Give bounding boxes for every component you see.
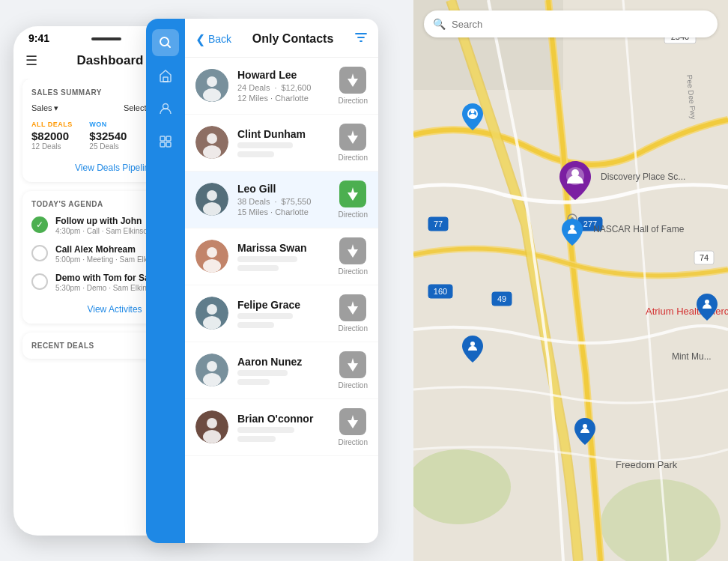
direction-button-brian[interactable]: Direction bbox=[339, 408, 368, 446]
phone-time: 9:41 bbox=[28, 32, 49, 44]
map-pin-6[interactable] bbox=[697, 294, 718, 321]
map-pin-purple[interactable] bbox=[559, 161, 591, 200]
svg-rect-36 bbox=[160, 136, 165, 141]
direction-button-howard[interactable]: Direction bbox=[339, 67, 368, 105]
map-container: 2540 74 277 160 49 77 Discovery Place Sc… bbox=[413, 0, 728, 561]
contact-leo[interactable]: Leo Gill 38 Deals·$75,550 15 Miles · Cha… bbox=[185, 172, 378, 228]
map-pin-4[interactable] bbox=[462, 336, 483, 363]
search-icon: 🔍 bbox=[433, 18, 446, 30]
svg-text:Discovery Place Sc...: Discovery Place Sc... bbox=[601, 172, 685, 182]
contacts-main: ❮ Back Only Contacts bbox=[185, 19, 378, 543]
skeleton-1 bbox=[237, 142, 293, 148]
direction-icon-brian bbox=[339, 408, 366, 435]
contact-clint[interactable]: Clint Dunham Direction bbox=[185, 115, 378, 172]
svg-point-59 bbox=[207, 418, 217, 428]
map-pin-5[interactable] bbox=[574, 418, 595, 445]
svg-point-54 bbox=[203, 316, 221, 330]
direction-button-clint[interactable]: Direction bbox=[339, 124, 368, 162]
sidebar-search-icon[interactable] bbox=[152, 29, 179, 56]
skeleton-9 bbox=[237, 427, 294, 433]
contact-location-leo: 15 Miles · Charlotte bbox=[237, 207, 330, 216]
svg-point-60 bbox=[203, 430, 221, 443]
svg-rect-38 bbox=[160, 142, 165, 147]
direction-button-marissa[interactable]: Direction bbox=[339, 237, 368, 276]
contact-marissa[interactable]: Marissa Swan Direction bbox=[185, 228, 378, 285]
map-pin-1[interactable] bbox=[462, 103, 483, 130]
notch bbox=[91, 37, 121, 40]
svg-point-47 bbox=[207, 190, 217, 201]
contact-name-felipe: Felipe Grace bbox=[237, 299, 330, 311]
won-stat: WON $32540 25 Deals bbox=[89, 121, 139, 151]
contact-location-howard: 12 Miles · Charlotte bbox=[237, 94, 330, 103]
contact-details-leo: 38 Deals·$75,550 bbox=[237, 197, 330, 206]
svg-text:Freedom Park: Freedom Park bbox=[616, 459, 678, 470]
avatar-aaron bbox=[195, 354, 228, 386]
direction-icon-felipe bbox=[339, 294, 366, 321]
contact-info-marissa: Marissa Swan bbox=[237, 242, 330, 271]
skeleton-7 bbox=[237, 370, 288, 376]
direction-button-felipe[interactable]: Direction bbox=[339, 294, 368, 333]
svg-text:Mint Mu...: Mint Mu... bbox=[672, 351, 712, 362]
contact-name-howard: Howard Lee bbox=[237, 69, 330, 81]
filter-button[interactable] bbox=[354, 31, 368, 48]
svg-text:74: 74 bbox=[700, 253, 709, 262]
svg-point-32 bbox=[705, 300, 709, 304]
avatar-clint bbox=[195, 126, 228, 159]
contact-howard[interactable]: Howard Lee 24 Deals·$12,600 12 Miles · C… bbox=[185, 58, 378, 115]
svg-point-31 bbox=[583, 424, 587, 428]
svg-point-51 bbox=[203, 259, 221, 273]
skeleton-3 bbox=[237, 256, 297, 262]
contact-info-leo: Leo Gill 38 Deals·$75,550 15 Miles · Cha… bbox=[237, 183, 330, 216]
skeleton-2 bbox=[237, 151, 274, 157]
back-button[interactable]: ❮ Back bbox=[195, 32, 231, 46]
contact-info-howard: Howard Lee 24 Deals·$12,600 12 Miles · C… bbox=[237, 69, 330, 103]
contact-name-brian: Brian O'connor bbox=[237, 413, 330, 425]
avatar-marissa bbox=[195, 240, 228, 273]
skeleton-4 bbox=[237, 265, 279, 271]
sidebar-home-icon[interactable] bbox=[152, 62, 179, 89]
direction-icon-leo bbox=[339, 181, 366, 207]
contacts-panel: ❮ Back Only Contacts bbox=[146, 19, 378, 543]
avatar-felipe bbox=[195, 297, 228, 330]
svg-point-29 bbox=[570, 225, 574, 229]
contact-details-howard: 24 Deals·$12,600 bbox=[237, 83, 330, 92]
svg-rect-34 bbox=[163, 77, 168, 82]
svg-point-48 bbox=[203, 202, 221, 216]
svg-point-56 bbox=[207, 361, 217, 372]
contact-info-clint: Clint Dunham bbox=[237, 128, 330, 157]
contacts-list: Howard Lee 24 Deals·$12,600 12 Miles · C… bbox=[185, 58, 378, 543]
direction-icon-howard bbox=[339, 67, 366, 94]
sidebar-grid-icon[interactable] bbox=[152, 128, 179, 155]
contact-name-leo: Leo Gill bbox=[237, 183, 330, 195]
svg-point-42 bbox=[203, 88, 221, 102]
svg-rect-37 bbox=[166, 136, 171, 141]
chevron-left-icon: ❮ bbox=[195, 32, 205, 46]
svg-point-30 bbox=[470, 342, 475, 346]
svg-text:NASCAR Hall of Fame: NASCAR Hall of Fame bbox=[593, 224, 685, 234]
svg-point-53 bbox=[207, 304, 217, 315]
skeleton-5 bbox=[237, 313, 293, 319]
map-search-input[interactable] bbox=[452, 19, 709, 30]
direction-icon-marissa bbox=[339, 237, 366, 264]
map-pin-3[interactable] bbox=[562, 219, 583, 246]
sidebar-person-icon[interactable] bbox=[152, 95, 179, 122]
check-pending-icon bbox=[31, 245, 48, 261]
contact-info-aaron: Aaron Nunez bbox=[237, 356, 330, 385]
svg-text:77: 77 bbox=[434, 219, 443, 228]
contact-felipe[interactable]: Felipe Grace Direction bbox=[185, 285, 378, 342]
svg-text:160: 160 bbox=[434, 287, 447, 296]
all-deals-stat: ALL DEALS $82000 12 Deals bbox=[31, 121, 82, 151]
svg-rect-39 bbox=[166, 142, 171, 147]
sales-filter[interactable]: Sales ▾ bbox=[31, 103, 58, 113]
menu-icon[interactable]: ☰ bbox=[25, 52, 37, 69]
svg-point-45 bbox=[203, 145, 221, 159]
direction-button-aaron[interactable]: Direction bbox=[339, 351, 368, 389]
map-search-bar[interactable]: 🔍 bbox=[424, 10, 718, 37]
direction-button-leo[interactable]: Direction bbox=[339, 181, 368, 219]
svg-point-44 bbox=[207, 133, 217, 144]
avatar-howard bbox=[195, 69, 228, 102]
avatar-brian bbox=[195, 410, 228, 443]
contact-aaron[interactable]: Aaron Nunez Direction bbox=[185, 342, 378, 399]
contact-brian[interactable]: Brian O'connor Direction bbox=[185, 399, 378, 456]
check-done-icon: ✓ bbox=[31, 216, 48, 233]
